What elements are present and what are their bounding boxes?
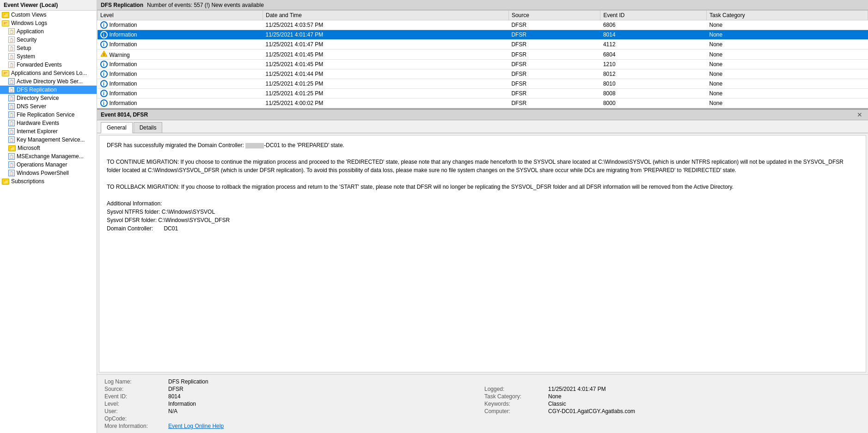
sidebar-title: Event Viewer (Local) — [0, 0, 97, 11]
table-row[interactable]: ! Warning11/25/2021 4:01:45 PMDFSR6804No… — [98, 49, 868, 60]
sidebar-item-internet-explorer[interactable]: 📋Internet Explorer — [0, 127, 97, 136]
meta-label: Log Name: — [104, 378, 165, 385]
table-row[interactable]: iInformation11/25/2021 4:01:25 PMDFSR800… — [98, 89, 868, 99]
meta-label: Task Category: — [484, 393, 544, 400]
meta-label: Computer: — [484, 408, 544, 414]
tab-general[interactable]: General — [101, 122, 133, 133]
column-header-source[interactable]: Source — [508, 11, 600, 20]
event-task-category: None — [707, 20, 868, 30]
meta-value: Event Log Online Help — [168, 423, 481, 429]
sidebar-item-label: Active Directory Web Ser... — [17, 78, 83, 85]
sidebar-item-active-directory-web[interactable]: 📋Active Directory Web Ser... — [0, 77, 97, 86]
sidebar-item-microsoft[interactable]: 📁Microsoft — [0, 144, 97, 152]
event-id: 8000 — [600, 99, 707, 108]
sidebar-item-dfs-replication[interactable]: 📋DFS Replication — [0, 86, 97, 94]
sidebar-item-windows-powershell[interactable]: 📋Windows PowerShell — [0, 169, 97, 177]
event-level: iInformation — [98, 79, 263, 89]
top-bar-info: Number of events: 557 (!) New events ava… — [147, 2, 264, 8]
meta-value — [168, 415, 481, 422]
meta-empty — [484, 423, 544, 429]
meta-value: Information — [168, 401, 481, 407]
sidebar-item-label: System — [17, 53, 35, 60]
event-datetime: 11/25/2021 4:01:25 PM — [263, 79, 508, 89]
tab-details[interactable]: Details — [134, 122, 163, 133]
sidebar-item-operations-manager[interactable]: 📋Operations Manager — [0, 161, 97, 169]
event-level: iInformation — [98, 40, 263, 49]
event-source: DFSR — [508, 60, 600, 69]
sidebar-item-security[interactable]: 📋Security — [0, 36, 97, 44]
detail-pane: Event 8014, DFSR ✕ GeneralDetails DFSR h… — [97, 109, 868, 433]
sidebar-item-msexchange[interactable]: 📋MSExchange Manageme... — [0, 152, 97, 161]
sidebar-item-custom-views[interactable]: 📁Custom Views — [0, 11, 97, 19]
events-table-container: LevelDate and TimeSourceEvent IDTask Cat… — [97, 10, 868, 109]
meta-value: 11/25/2021 4:01:47 PM — [548, 386, 861, 392]
meta-value: DFSR — [168, 386, 481, 392]
table-row[interactable]: iInformation11/25/2021 4:01:47 PMDFSR411… — [98, 40, 868, 49]
meta-value: None — [548, 393, 861, 400]
sidebar-item-label: Security — [17, 37, 37, 43]
event-task-category: None — [707, 79, 868, 89]
sidebar: Event Viewer (Local) 📁Custom Views📂Windo… — [0, 0, 97, 433]
event-datetime: 11/25/2021 4:03:57 PM — [263, 20, 508, 30]
event-level: iInformation — [98, 69, 263, 79]
table-row[interactable]: iInformation11/25/2021 4:03:57 PMDFSR680… — [98, 20, 868, 30]
meta-label: Level: — [104, 401, 165, 407]
sidebar-item-dns-server[interactable]: 📋DNS Server — [0, 102, 97, 111]
event-task-category: None — [707, 69, 868, 79]
column-header-date-and-time[interactable]: Date and Time — [263, 11, 508, 20]
sidebar-item-label: Windows PowerShell — [17, 170, 69, 176]
sidebar-item-hardware-events[interactable]: 📋Hardware Events — [0, 119, 97, 127]
top-bar: DFS Replication Number of events: 557 (!… — [97, 0, 868, 10]
table-row[interactable]: iInformation11/25/2021 4:00:02 PMDFSR800… — [98, 99, 868, 108]
meta-label: More Information: — [104, 423, 165, 429]
sidebar-item-forwarded-events[interactable]: 📋Forwarded Events — [0, 61, 97, 69]
top-bar-title: DFS Replication — [101, 2, 143, 8]
sidebar-item-label: Applications and Services Lo... — [11, 70, 87, 76]
sidebar-item-directory-service[interactable]: 📋Directory Service — [0, 94, 97, 102]
sidebar-item-windows-logs[interactable]: 📂Windows Logs — [0, 19, 97, 27]
sidebar-item-application[interactable]: 📋Application — [0, 27, 97, 36]
detail-message: DFSR has successfully migrated the Domai… — [107, 141, 858, 233]
sidebar-item-label: Custom Views — [11, 12, 46, 18]
event-task-category: None — [707, 49, 868, 60]
sidebar-item-key-management-service[interactable]: 📋Key Management Service... — [0, 136, 97, 144]
event-level: iInformation — [98, 99, 263, 108]
column-header-level[interactable]: Level — [98, 11, 263, 20]
event-level: iInformation — [98, 89, 263, 99]
event-source: DFSR — [508, 30, 600, 40]
table-row[interactable]: iInformation11/25/2021 4:01:47 PMDFSR801… — [98, 30, 868, 40]
sidebar-item-setup[interactable]: 📋Setup — [0, 44, 97, 52]
sidebar-item-apps-and-services[interactable]: 📂Applications and Services Lo... — [0, 69, 97, 77]
meta-label: Logged: — [484, 386, 544, 392]
event-log-online-help-link[interactable]: Event Log Online Help — [168, 423, 224, 429]
table-row[interactable]: iInformation11/25/2021 4:01:45 PMDFSR121… — [98, 60, 868, 69]
table-row[interactable]: iInformation11/25/2021 4:01:25 PMDFSR801… — [98, 79, 868, 89]
column-header-event-id[interactable]: Event ID — [600, 11, 707, 20]
sidebar-item-label: Key Management Service... — [17, 136, 85, 143]
detail-close-button[interactable]: ✕ — [855, 111, 864, 118]
meta-grid: Log Name:DFS ReplicationSource:DFSRLogge… — [104, 378, 861, 429]
sidebar-item-subscriptions[interactable]: 📁Subscriptions — [0, 177, 97, 186]
sidebar-item-label: Hardware Events — [17, 120, 59, 126]
event-datetime: 11/25/2021 4:01:47 PM — [263, 30, 508, 40]
sidebar-item-label: DNS Server — [17, 103, 46, 110]
event-datetime: 11/25/2021 4:01:47 PM — [263, 40, 508, 49]
event-id: 6804 — [600, 49, 707, 60]
sidebar-item-system[interactable]: 📋System — [0, 52, 97, 61]
event-source: DFSR — [508, 40, 600, 49]
event-id: 8008 — [600, 89, 707, 99]
event-task-category: None — [707, 89, 868, 99]
event-id: 8012 — [600, 69, 707, 79]
event-task-category: None — [707, 60, 868, 69]
meta-empty — [484, 415, 544, 422]
redacted-text — [245, 143, 264, 148]
sidebar-item-label: Application — [17, 28, 44, 35]
column-header-task-category[interactable]: Task Category — [707, 11, 868, 20]
event-level: iInformation — [98, 60, 263, 69]
event-task-category: None — [707, 30, 868, 40]
table-row[interactable]: iInformation11/25/2021 4:01:44 PMDFSR801… — [98, 69, 868, 79]
meta-label: Event ID: — [104, 393, 165, 400]
meta-empty — [548, 415, 861, 422]
sidebar-item-file-replication-service[interactable]: 📋File Replication Service — [0, 111, 97, 119]
meta-value: Classic — [548, 401, 861, 407]
